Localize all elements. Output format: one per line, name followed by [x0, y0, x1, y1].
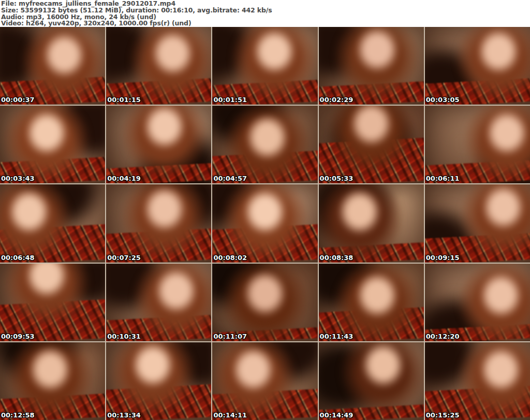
video-thumbnail: 00:14:49: [319, 342, 424, 420]
video-thumbnail: 00:02:29: [319, 27, 424, 105]
thumbnail-shadow-placeholder: [425, 342, 530, 420]
person-placeholder: [319, 264, 424, 341]
video-thumbnail: 00:04:19: [106, 106, 211, 183]
video-thumbnail: 00:00:37: [0, 27, 105, 105]
person-placeholder: [0, 342, 105, 420]
person-placeholder: [425, 106, 530, 183]
video-thumbnail: 00:10:31: [106, 264, 211, 341]
timestamp-overlay: 00:00:37: [1, 96, 35, 104]
person-placeholder: [106, 106, 211, 183]
thumbnail-shadow-placeholder: [212, 184, 317, 262]
thumbnail-shadow-placeholder: [425, 27, 530, 105]
timestamp-overlay: 00:06:48: [1, 254, 35, 262]
thumbnail-shadow-placeholder: [0, 27, 105, 105]
person-placeholder: [0, 27, 105, 105]
person-placeholder: [0, 106, 105, 183]
person-placeholder: [212, 342, 317, 420]
video-thumbnail: 00:09:15: [425, 184, 530, 262]
thumbnail-shadow-placeholder: [425, 184, 530, 262]
timestamp-overlay: 00:14:11: [213, 411, 247, 419]
person-placeholder: [319, 184, 424, 262]
thumbnail-shadow-placeholder: [106, 27, 211, 105]
thumbnail-shadow-placeholder: [0, 106, 105, 183]
video-thumbnail: 00:03:43: [0, 106, 105, 183]
video-thumbnail: 00:06:48: [0, 184, 105, 262]
timestamp-overlay: 00:02:29: [320, 96, 354, 104]
timestamp-overlay: 00:01:15: [107, 96, 141, 104]
video-thumbnail: 00:11:07: [212, 264, 317, 341]
video-thumbnail: 00:06:11: [425, 106, 530, 183]
person-placeholder: [319, 106, 424, 183]
thumbnail-shadow-placeholder: [0, 184, 105, 262]
media-info-header: File: myfreecams_julliens_female_2901201…: [0, 0, 530, 27]
video-thumbnail: 00:14:11: [212, 342, 317, 420]
video-info-line: Video: h264, yuv420p, 320x240, 1000.00 f…: [1, 20, 530, 27]
video-thumbnail: 00:04:57: [212, 106, 317, 183]
timestamp-overlay: 00:15:25: [426, 411, 460, 419]
video-thumbnail: 00:07:25: [106, 184, 211, 262]
timestamp-overlay: 00:14:49: [320, 411, 354, 419]
timestamp-overlay: 00:08:38: [320, 254, 354, 262]
timestamp-overlay: 00:03:43: [1, 175, 35, 182]
video-thumbnail: 00:08:02: [212, 184, 317, 262]
thumbnail-shadow-placeholder: [0, 264, 105, 341]
timestamp-overlay: 00:01:51: [213, 96, 247, 104]
person-placeholder: [319, 27, 424, 105]
person-placeholder: [0, 264, 105, 341]
thumbnail-shadow-placeholder: [212, 106, 317, 183]
thumbnail-shadow-placeholder: [425, 264, 530, 341]
timestamp-overlay: 00:10:31: [107, 332, 141, 340]
thumbnail-shadow-placeholder: [212, 342, 317, 420]
person-placeholder: [425, 264, 530, 341]
thumbnail-shadow-placeholder: [319, 342, 424, 420]
thumbnail-shadow-placeholder: [319, 184, 424, 262]
thumbnail-shadow-placeholder: [212, 264, 317, 341]
timestamp-overlay: 00:12:58: [1, 411, 35, 419]
video-thumbnail: 00:05:33: [319, 106, 424, 183]
person-placeholder: [425, 184, 530, 262]
person-placeholder: [212, 184, 317, 262]
thumbnail-shadow-placeholder: [106, 106, 211, 183]
video-thumbnail: 00:12:58: [0, 342, 105, 420]
timestamp-overlay: 00:08:02: [213, 254, 247, 262]
timestamp-overlay: 00:13:34: [107, 411, 141, 419]
video-thumbnail: 00:03:05: [425, 27, 530, 105]
video-thumbnail: 00:15:25: [425, 342, 530, 420]
timestamp-overlay: 00:04:57: [213, 175, 247, 182]
timestamp-overlay: 00:09:53: [1, 332, 35, 340]
thumbnail-grid: 00:00:37 00:01:15 00:01:51 00:02:29 00:0…: [0, 27, 530, 420]
video-thumbnail: 00:01:51: [212, 27, 317, 105]
thumbnail-shadow-placeholder: [106, 264, 211, 341]
timestamp-overlay: 00:07:25: [107, 254, 141, 262]
timestamp-overlay: 00:03:05: [426, 96, 460, 104]
person-placeholder: [106, 264, 211, 341]
thumbnail-shadow-placeholder: [106, 184, 211, 262]
thumbnail-shadow-placeholder: [106, 342, 211, 420]
thumbnail-shadow-placeholder: [319, 27, 424, 105]
timestamp-overlay: 00:09:15: [426, 254, 460, 262]
video-thumbnail: 00:12:20: [425, 264, 530, 341]
thumbnail-shadow-placeholder: [319, 106, 424, 183]
timestamp-overlay: 00:11:43: [320, 332, 354, 340]
person-placeholder: [212, 106, 317, 183]
person-placeholder: [106, 184, 211, 262]
thumbnail-shadow-placeholder: [212, 27, 317, 105]
timestamp-overlay: 00:12:20: [426, 332, 460, 340]
thumbnail-shadow-placeholder: [425, 106, 530, 183]
person-placeholder: [0, 184, 105, 262]
thumbnail-shadow-placeholder: [0, 342, 105, 420]
timestamp-overlay: 00:05:33: [320, 175, 354, 182]
video-thumbnail: 00:13:34: [106, 342, 211, 420]
video-thumbnail: 00:08:38: [319, 184, 424, 262]
person-placeholder: [319, 342, 424, 420]
person-placeholder: [425, 342, 530, 420]
timestamp-overlay: 00:06:11: [426, 175, 460, 182]
timestamp-overlay: 00:04:19: [107, 175, 141, 182]
timestamp-overlay: 00:11:07: [213, 332, 247, 340]
person-placeholder: [425, 27, 530, 105]
thumbnail-shadow-placeholder: [319, 264, 424, 341]
person-placeholder: [106, 342, 211, 420]
person-placeholder: [106, 27, 211, 105]
video-thumbnail: 00:11:43: [319, 264, 424, 341]
person-placeholder: [212, 27, 317, 105]
